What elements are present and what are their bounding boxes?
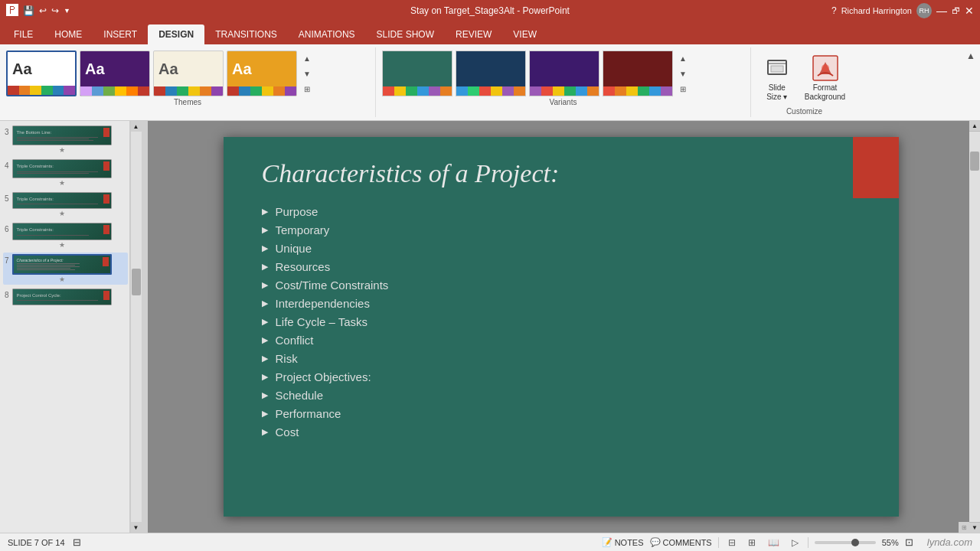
customize-qa-icon[interactable]: ▼ <box>64 7 70 15</box>
ribbon-collapse-button[interactable]: ▲ <box>962 47 980 117</box>
zoom-level-button[interactable]: 55% <box>882 538 899 547</box>
themes-more[interactable]: ⊞ <box>300 82 314 96</box>
bullet-arrow-13: ▶ <box>262 427 268 437</box>
bullet-cost-time: ▶ Cost/Time Constraints <box>262 279 861 292</box>
slide-star-7: ★ <box>59 276 65 283</box>
tab-slideshow[interactable]: SLIDE SHOW <box>366 24 445 44</box>
slide-sorter-button[interactable]: ⊞ <box>745 536 759 549</box>
tab-transitions[interactable]: TRANSITIONS <box>204 24 288 44</box>
bullet-arrow-4: ▶ <box>262 262 268 272</box>
bullet-temporary: ▶ Temporary <box>262 223 861 236</box>
normal-view-button[interactable]: ⊟ <box>725 536 739 549</box>
red-accent-block <box>853 137 899 198</box>
variants-more[interactable]: ⊞ <box>676 82 690 96</box>
themes-scroll-down[interactable]: ▼ <box>300 67 314 80</box>
panel-scroll-up[interactable]: ▲ <box>131 121 142 132</box>
tab-insert[interactable]: INSERT <box>93 24 148 44</box>
status-left: SLIDE 7 OF 14 ⊟ <box>8 536 81 548</box>
slide-canvas: Characteristics of a Project: ▶ Purpose … <box>224 137 899 517</box>
undo-icon[interactable]: ↩ <box>39 5 47 16</box>
slide-thumb-4[interactable]: Triple Constraints: <box>12 159 112 178</box>
slide-bullets: ▶ Purpose ▶ Temporary ▶ Unique ▶ Resourc… <box>224 201 899 442</box>
save-icon[interactable]: 💾 <box>23 5 34 16</box>
slide-thumb-7[interactable]: Characteristics of a Project: <box>12 254 112 276</box>
help-icon[interactable]: ? <box>831 5 837 16</box>
tab-review[interactable]: REVIEW <box>445 24 502 44</box>
variants-scroll-up[interactable]: ▲ <box>676 51 690 65</box>
variant-item-2[interactable] <box>456 51 526 96</box>
bullet-arrow-9: ▶ <box>262 354 268 364</box>
tab-view[interactable]: VIEW <box>502 24 547 44</box>
tab-design[interactable]: DESIGN <box>148 24 204 44</box>
variant-item-1[interactable] <box>382 51 452 96</box>
bullet-performance: ▶ Performance <box>262 407 861 420</box>
account-name[interactable]: Richard Harrington <box>841 6 912 15</box>
bullet-arrow-5: ▶ <box>262 280 268 290</box>
slide-item-8[interactable]: 8 Project Control Cycle: <box>3 287 128 307</box>
comments-icon: 💬 <box>650 537 661 547</box>
bullet-interdependencies: ▶ Interdependencies <box>262 297 861 310</box>
slide-thumb-6[interactable]: Triple Constraints: <box>12 223 112 240</box>
redo-icon[interactable]: ↪ <box>51 5 59 16</box>
slide-size-icon <box>763 54 791 82</box>
canvas-scroll-down[interactable]: ▼ <box>969 522 980 533</box>
bullet-arrow-6: ▶ <box>262 298 268 308</box>
fit-page-icon[interactable]: ⊡ <box>905 536 913 548</box>
bullet-arrow-12: ▶ <box>262 409 268 419</box>
slide-thumb-8[interactable]: Project Control Cycle: <box>12 289 112 305</box>
minimize-button[interactable]: — <box>936 5 947 17</box>
tab-home[interactable]: HOME <box>44 24 93 44</box>
variant-item-3[interactable] <box>529 51 599 96</box>
status-right: 📝 NOTES 💬 COMMENTS ⊟ ⊞ 📖 ▷ 55% ⊡ lynda.c… <box>602 536 972 549</box>
bullet-arrow-7: ▶ <box>262 317 268 327</box>
slide-star-4: ★ <box>59 179 65 187</box>
slide-item-6[interactable]: 6 Triple Constraints: ★ <box>3 221 128 249</box>
svg-rect-2 <box>771 66 783 72</box>
slide-item-4[interactable]: 4 Triple Constraints: ★ <box>3 158 128 187</box>
slide-info: SLIDE 7 OF 14 <box>8 538 65 547</box>
slide-star-6: ★ <box>59 241 65 249</box>
bullet-cost: ▶ Cost <box>262 425 861 439</box>
account-avatar[interactable]: RH <box>916 3 932 18</box>
slide-item-3[interactable]: 3 The Bottom Line: ★ <box>3 124 128 155</box>
variants-scroll-down[interactable]: ▼ <box>676 67 690 80</box>
format-background-label: FormatBackground <box>805 83 845 102</box>
themes-scroll-up[interactable]: ▲ <box>300 51 314 65</box>
close-button[interactable]: ✕ <box>965 5 974 17</box>
slide-show-button[interactable]: ▷ <box>789 536 802 549</box>
bullet-arrow-1: ▶ <box>262 207 268 217</box>
reading-view-button[interactable]: 📖 <box>765 536 782 549</box>
theme-item-3[interactable]: Aa <box>153 51 224 96</box>
slide-item-5[interactable]: 5 Triple Constraints: ★ <box>3 191 128 219</box>
theme-item-1[interactable]: Aa <box>6 51 77 96</box>
slide-item-7[interactable]: 7 Characteristics of a Project: <box>3 253 128 285</box>
slide-thumb-3[interactable]: The Bottom Line: <box>12 126 112 145</box>
canvas-scroll-up[interactable]: ▲ <box>969 121 980 132</box>
bullet-arrow-8: ▶ <box>262 335 268 345</box>
slide-thumb-5[interactable]: Triple Constraints: <box>12 192 112 209</box>
tab-file[interactable]: FILE <box>3 24 44 44</box>
bullet-project-objectives: ▶ Project Objectives: <box>262 370 861 383</box>
bullet-purpose: ▶ Purpose <box>262 205 861 218</box>
tab-animations[interactable]: ANIMATIONS <box>288 24 366 44</box>
bullet-conflict: ▶ Conflict <box>262 334 861 347</box>
theme-item-2[interactable]: Aa <box>80 51 150 96</box>
theme-item-4[interactable]: Aa <box>227 51 297 96</box>
panel-scroll-down[interactable]: ▼ <box>131 522 142 533</box>
notes-button[interactable]: 📝 NOTES <box>602 537 644 547</box>
bullet-risk: ▶ Risk <box>262 352 861 365</box>
format-background-button[interactable]: FormatBackground <box>801 51 849 106</box>
zoom-slider[interactable] <box>815 541 876 544</box>
bullet-lifecycle: ▶ Life Cycle – Tasks <box>262 315 861 328</box>
comments-button[interactable]: 💬 COMMENTS <box>650 537 712 547</box>
format-background-icon <box>812 54 839 82</box>
restore-button[interactable]: 🗗 <box>952 6 960 15</box>
slide-size-button[interactable]: SlideSize ▾ <box>760 51 795 106</box>
variant-item-4[interactable] <box>603 51 673 96</box>
slide-layout-icon[interactable]: ⊟ <box>73 536 81 548</box>
bullet-resources: ▶ Resources <box>262 260 861 273</box>
slide-size-label: SlideSize ▾ <box>766 83 787 102</box>
bullet-schedule: ▶ Schedule <box>262 389 861 402</box>
bullet-arrow-2: ▶ <box>262 225 268 235</box>
slide-star-5: ★ <box>59 210 65 217</box>
